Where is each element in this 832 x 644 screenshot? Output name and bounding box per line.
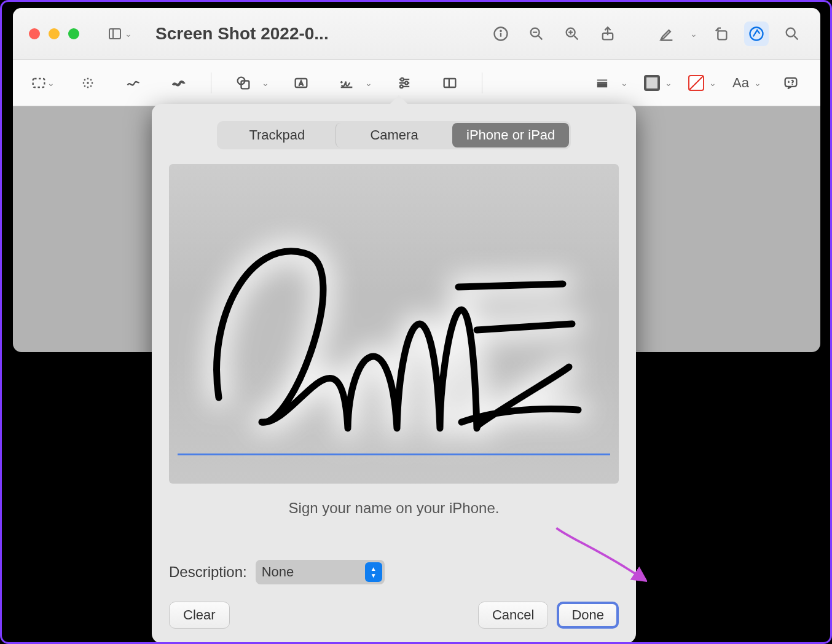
signature-canvas xyxy=(169,164,619,484)
chevron-down-icon: ⌄ xyxy=(754,78,761,88)
window-title: Screen Shot 2022-0... xyxy=(155,24,329,44)
separator xyxy=(211,73,211,93)
chevron-down-icon: ⌄ xyxy=(262,78,269,88)
chevron-down-icon: ⌄ xyxy=(47,78,55,88)
svg-point-37 xyxy=(791,84,793,85)
svg-line-6 xyxy=(539,36,543,39)
clear-button[interactable]: Clear xyxy=(169,602,230,629)
svg-point-15 xyxy=(750,27,763,40)
svg-line-9 xyxy=(575,36,578,39)
svg-point-27 xyxy=(401,77,404,80)
tab-trackpad[interactable]: Trackpad xyxy=(219,123,336,147)
chevron-down-icon: ⌄ xyxy=(621,78,628,88)
svg-point-36 xyxy=(788,80,789,82)
description-value: None xyxy=(262,564,294,580)
text-style-label: Aa xyxy=(732,75,749,91)
signature-baseline xyxy=(178,454,610,455)
zoom-out-button[interactable] xyxy=(524,22,549,46)
sketch-button[interactable] xyxy=(120,69,147,96)
description-select[interactable]: None ▲▼ xyxy=(256,560,385,584)
text-button[interactable] xyxy=(288,69,315,96)
cancel-button[interactable]: Cancel xyxy=(478,602,548,629)
svg-rect-18 xyxy=(33,79,45,87)
signature-instruction: Sign your name on your iPhone. xyxy=(169,500,619,517)
svg-point-28 xyxy=(405,81,408,84)
svg-rect-0 xyxy=(109,29,120,39)
sign-button[interactable]: ⌄ xyxy=(333,69,372,96)
svg-point-29 xyxy=(400,85,403,88)
draw-button[interactable] xyxy=(165,69,192,96)
minimize-window-button[interactable] xyxy=(49,28,60,39)
chevron-down-icon: ⌄ xyxy=(125,29,132,39)
chevron-down-icon: ⌄ xyxy=(365,78,372,88)
rotate-button[interactable] xyxy=(708,22,733,46)
svg-point-4 xyxy=(500,30,501,31)
svg-rect-14 xyxy=(718,31,726,39)
tab-iphone-ipad[interactable]: iPhone or iPad xyxy=(452,123,569,147)
fill-color-button[interactable]: ⌄ xyxy=(688,75,716,91)
signature-source-tabs: Trackpad Camera iPhone or iPad xyxy=(217,121,571,149)
sidebar-toggle-button[interactable]: ⌄ xyxy=(108,22,132,46)
chevron-down-icon[interactable]: ⌄ xyxy=(690,29,697,39)
titlebar: ⌄ Screen Shot 2022-0... ⌄ xyxy=(13,8,820,60)
tab-camera[interactable]: Camera xyxy=(336,123,453,147)
selection-tool-button[interactable]: ⌄ xyxy=(29,69,56,96)
done-button[interactable]: Done xyxy=(557,602,619,629)
border-color-button[interactable]: ⌄ xyxy=(644,75,672,91)
instant-alpha-button[interactable] xyxy=(74,69,101,96)
window-controls xyxy=(29,28,79,39)
chevron-down-icon: ⌄ xyxy=(709,78,716,88)
text-style-button[interactable]: Aa ⌄ xyxy=(732,75,761,91)
separator xyxy=(482,73,482,93)
adjust-size-button[interactable] xyxy=(436,69,463,96)
share-button[interactable] xyxy=(595,22,620,46)
svg-point-16 xyxy=(787,28,795,36)
shapes-button[interactable]: ⌄ xyxy=(230,69,269,96)
info-button[interactable] xyxy=(489,22,513,46)
chevron-down-icon: ⌄ xyxy=(665,78,672,88)
search-button[interactable] xyxy=(780,22,804,46)
select-stepper-icon: ▲▼ xyxy=(365,562,382,582)
zoom-in-button[interactable] xyxy=(560,22,584,46)
description-label: Description: xyxy=(169,564,247,581)
highlight-button[interactable] xyxy=(654,22,679,46)
svg-line-17 xyxy=(795,36,798,39)
close-window-button[interactable] xyxy=(29,28,40,39)
annotate-button[interactable] xyxy=(777,69,804,96)
svg-point-19 xyxy=(87,82,89,84)
signature-popover: Trackpad Camera iPhone or iPad Sign your… xyxy=(152,104,636,643)
signature-stroke xyxy=(169,164,619,484)
markup-toolbar: ⌄ ⌄ ⌄ ⌄ ⌄ ⌄ Aa xyxy=(13,60,820,106)
markup-button[interactable] xyxy=(744,22,769,46)
svg-rect-35 xyxy=(785,77,797,86)
line-style-button[interactable]: ⌄ xyxy=(589,69,628,96)
fullscreen-window-button[interactable] xyxy=(68,28,79,39)
adjust-color-button[interactable] xyxy=(391,69,418,96)
